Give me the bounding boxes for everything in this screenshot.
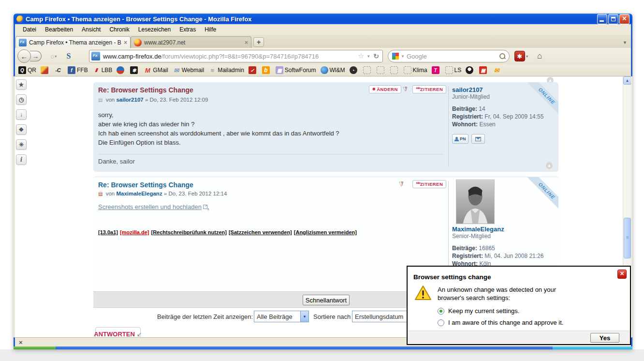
reply-button[interactable]: ANTWORTEN	[95, 327, 141, 337]
email-button[interactable]	[471, 134, 485, 144]
post-title[interactable]: Re: Browser Settings Change	[98, 86, 193, 94]
bookmark-item[interactable]	[464, 66, 476, 75]
home-button[interactable]	[533, 50, 546, 62]
scrapbook-button[interactable]	[63, 50, 74, 62]
menu-ansicht[interactable]: Ansicht	[78, 25, 104, 34]
bookmark-item[interactable]	[375, 66, 387, 75]
minimize-button[interactable]	[597, 14, 607, 24]
asterisk-icon	[514, 51, 525, 61]
menu-hilfe[interactable]: Hilfe	[201, 25, 220, 34]
author-link[interactable]: MaximaleEleganz	[116, 191, 162, 196]
orange-envelope-icon: ✉	[493, 66, 500, 74]
clock-icon[interactable]: ◷	[16, 94, 27, 105]
quote-button[interactable]: ZITIEREN	[412, 85, 446, 93]
addon-asterisk-button[interactable]	[514, 51, 528, 61]
menu-datei[interactable]: Datei	[19, 25, 40, 34]
radio-keep-settings[interactable]	[438, 308, 444, 315]
radio-approve-change[interactable]	[438, 319, 444, 326]
back-to-top-icon[interactable]	[546, 162, 553, 169]
tab-close-icon[interactable]: ×	[245, 39, 248, 46]
bookmark-item[interactable]: ✉	[491, 66, 503, 75]
puzzle-icon[interactable]: ❖	[16, 124, 27, 135]
tab-at2907[interactable]: www.at2907.net ×	[131, 36, 251, 48]
yes-button[interactable]: Yes	[590, 333, 619, 343]
author-link[interactable]: sailor2107	[116, 97, 143, 103]
scroll-up-icon[interactable]	[623, 76, 631, 85]
post-byline: ▤ von sailor2107 » Do, 23. Feb 2012 12:0…	[98, 97, 208, 103]
close-button[interactable]	[619, 14, 629, 24]
bookmark-telekom[interactable]: T	[430, 66, 442, 75]
restore-button[interactable]	[608, 14, 618, 24]
menu-extras[interactable]: Extras	[176, 25, 200, 34]
signature-link[interactable]: [Satzzeichen verwenden]	[229, 229, 292, 235]
bookmark-item[interactable]: ✱	[129, 66, 141, 75]
bookmark-webmail[interactable]: ✉Webmail	[171, 66, 205, 75]
search-engine-dropdown-icon[interactable]	[401, 54, 405, 59]
google-logo-icon	[392, 53, 399, 60]
search-box[interactable]: Google	[388, 50, 510, 62]
telekom-icon: T	[432, 66, 439, 74]
list-all-tabs-icon[interactable]	[623, 40, 627, 45]
menu-bearbeiten[interactable]: Bearbeiten	[41, 25, 77, 34]
mozilla-link[interactable]: [mozilla.de]	[120, 229, 149, 235]
title-bar: Camp Firefox • Thema anzeigen - Browser …	[14, 14, 632, 24]
profile-name-link[interactable]: MaximaleEleganz	[452, 226, 555, 233]
missing-favicon	[445, 66, 453, 74]
tab-camp-firefox[interactable]: Camp Firefox • Thema anzeigen - Browse..…	[15, 36, 131, 48]
search-icon[interactable]	[499, 53, 505, 59]
bookmark-item[interactable]: ✓	[247, 66, 259, 75]
search-input[interactable]: Google	[407, 53, 499, 60]
quote-button[interactable]: ZITIEREN	[412, 180, 446, 188]
bookmark-ffb[interactable]: fFFB	[66, 66, 89, 75]
gear-sun-icon[interactable]: ✳	[16, 139, 27, 150]
forward-button[interactable]	[30, 51, 42, 61]
url-bar[interactable]: www.camp-firefox.de/forum/viewtopic.php?…	[89, 50, 383, 62]
bookmark-item[interactable]	[39, 66, 51, 75]
bookmark-item[interactable]	[115, 66, 127, 75]
reload-icon[interactable]	[373, 52, 379, 60]
menu-lesezeichen[interactable]: Lesezeichen	[134, 25, 175, 34]
dialog-close-button[interactable]	[617, 270, 627, 279]
screenshots-link[interactable]: Screenshots erstellen und hochladen.	[98, 203, 209, 211]
bookmark-item[interactable]: ◔	[348, 66, 360, 75]
chevron-down-icon[interactable]	[300, 311, 308, 322]
post-title[interactable]: Re: Browser Settings Change	[98, 181, 193, 189]
tab-close-icon[interactable]: ×	[124, 39, 127, 46]
bookmark-item[interactable]	[362, 66, 374, 75]
report-button[interactable]: !	[402, 85, 410, 93]
bookmark-wlm[interactable]: Wl&M	[319, 66, 347, 75]
quick-reply-button[interactable]: Schnellantwort	[303, 295, 350, 305]
bookmark-item[interactable]: ▣	[478, 66, 490, 75]
bookmark-star-icon[interactable]	[358, 52, 364, 60]
bookmark-softwforum[interactable]: ▦SoftwForum	[274, 66, 318, 75]
filter-select[interactable]: Alle Beiträge	[254, 311, 309, 322]
report-button[interactable]: !	[398, 180, 407, 188]
bookmark-gmail[interactable]: MGMail	[142, 66, 169, 75]
bookmark-star-icon[interactable]: ★	[16, 79, 27, 90]
bookmark-mailadmin[interactable]: ≡Mailadmin	[207, 66, 246, 75]
download-arrow-icon[interactable]: ↓	[16, 109, 27, 120]
bookmark-klima[interactable]: Klima	[402, 66, 429, 75]
menu-chronik[interactable]: Chronik	[105, 25, 133, 34]
addon-dropdown-icon[interactable]	[526, 54, 528, 59]
edit-button[interactable]: ÄNDERN	[369, 85, 401, 93]
url-text[interactable]: www.camp-firefox.de/forum/viewtopic.php?…	[103, 53, 357, 60]
red-badge-icon: ✓	[249, 66, 256, 74]
bookmark-item[interactable]: -C	[53, 66, 65, 75]
scrollbar-thumb[interactable]	[624, 218, 631, 258]
url-dropdown-icon[interactable]	[366, 54, 370, 59]
bookmark-lbb[interactable]: ///LBB	[91, 66, 114, 75]
signature-link[interactable]: [13.0a1]	[98, 229, 118, 235]
pn-button[interactable]: PN	[452, 134, 468, 144]
back-button[interactable]	[17, 49, 31, 63]
bookmark-item[interactable]	[389, 66, 401, 75]
bookmark-ls[interactable]: LS	[444, 66, 463, 75]
history-dropdown-button[interactable]	[46, 50, 61, 62]
findbar-close-button[interactable]	[19, 339, 23, 346]
signature-link[interactable]: [Rechtschreibprüfunk nutzen]	[151, 229, 227, 235]
info-icon[interactable]: i	[16, 154, 27, 165]
signature-link[interactable]: [Anglizismen vermeiden]	[294, 229, 357, 235]
bookmark-qr[interactable]: QQR	[17, 66, 38, 75]
new-tab-button[interactable]: +	[253, 37, 264, 47]
bookmark-item[interactable]: b	[261, 66, 273, 75]
